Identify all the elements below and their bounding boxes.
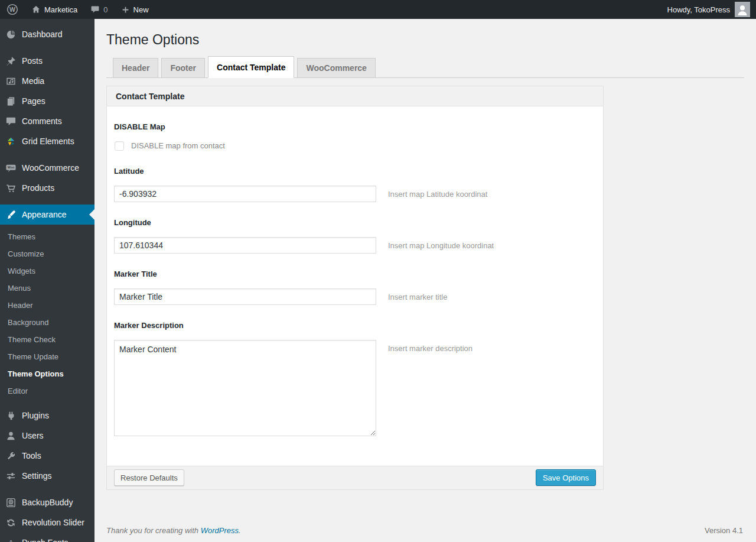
menu-separator (0, 198, 94, 205)
main-content: Theme Options Header Footer Contact Temp… (94, 19, 756, 542)
sidebar-item-punch-fonts[interactable]: A Punch Fonts (0, 533, 94, 542)
woocommerce-icon: Woo (5, 163, 17, 174)
tab-bar: Header Footer Contact Template WooCommer… (106, 56, 744, 78)
sidebar-item-plugins[interactable]: Plugins (0, 405, 94, 426)
comments-icon (5, 116, 17, 127)
tab-contact-template[interactable]: Contact Template (208, 56, 294, 78)
products-cart-icon (5, 183, 17, 194)
sidebar-item-grid-elements[interactable]: Grid Elements (0, 131, 94, 151)
sidebar-item-media[interactable]: Media (0, 71, 94, 91)
settings-sliders-icon (5, 470, 17, 482)
sidebar-item-revolution-slider[interactable]: Revolution Slider (0, 512, 94, 533)
user-silhouette-icon (735, 3, 750, 17)
avatar (735, 2, 750, 17)
appearance-submenu: Themes Customize Widgets Menus Header Ba… (0, 225, 94, 405)
latitude-hint: Insert map Latitude koordinat (388, 186, 487, 199)
site-name: Marketica (44, 5, 77, 14)
sidebar-item-posts[interactable]: Posts (0, 51, 94, 71)
submenu-item-theme-options[interactable]: Theme Options (0, 365, 94, 382)
my-account-menu[interactable]: Howdy, TokoPress (662, 0, 756, 19)
sidebar-item-backupbuddy[interactable]: BackupBuddy (0, 492, 94, 512)
submenu-item-widgets[interactable]: Widgets (0, 262, 94, 280)
marker-title-field: Marker Title Insert marker title (114, 270, 596, 305)
longitude-field: Longitude Insert map Longitude koordinat (114, 218, 596, 254)
disable-map-label: DISABLE Map (114, 122, 596, 131)
svg-text:A: A (8, 538, 14, 542)
marker-title-hint: Insert marker title (388, 288, 447, 301)
wp-logo-menu[interactable]: W (0, 0, 25, 19)
latitude-input[interactable] (114, 186, 376, 202)
new-label: New (133, 5, 149, 14)
marker-title-input[interactable] (114, 288, 376, 305)
dashboard-icon (5, 29, 17, 40)
tools-wrench-icon (5, 450, 17, 462)
appearance-brush-icon (5, 209, 17, 220)
menu-separator (0, 151, 94, 158)
marker-description-hint: Insert marker description (388, 340, 472, 353)
menu-separator (0, 486, 94, 492)
admin-sidebar: Dashboard Posts Media Pages Comments Gri… (0, 19, 94, 542)
sidebar-item-products[interactable]: Products (0, 178, 94, 198)
disable-map-checkbox-label: DISABLE map from contact (131, 141, 225, 150)
wordpress-link[interactable]: WordPress (201, 526, 239, 535)
comments-shortcut[interactable]: 0 (84, 0, 114, 19)
backupbuddy-icon (5, 497, 17, 508)
admin-bar: W Marketica 0 New Howdy, TokoPress (0, 0, 756, 19)
howdy-text: Howdy, TokoPress (667, 5, 730, 14)
submenu-item-background[interactable]: Background (0, 314, 94, 331)
sidebar-item-appearance[interactable]: Appearance (0, 205, 94, 225)
home-icon (31, 5, 41, 14)
sidebar-item-dashboard[interactable]: Dashboard (0, 24, 94, 44)
page-footer: Thank you for creating with WordPress. V… (106, 526, 743, 535)
svg-text:Woo: Woo (8, 165, 15, 169)
version-text: Version 4.1 (705, 526, 743, 535)
grid-elements-icon (5, 136, 17, 147)
revolution-slider-icon (5, 517, 17, 528)
site-name-menu[interactable]: Marketica (25, 0, 84, 19)
footer-thanks-text: Thank you for creating with WordPress. (106, 526, 241, 535)
sidebar-item-comments[interactable]: Comments (0, 111, 94, 131)
submenu-item-menus[interactable]: Menus (0, 280, 94, 297)
new-content-menu[interactable]: New (115, 0, 155, 19)
submenu-item-header[interactable]: Header (0, 297, 94, 314)
marker-description-textarea[interactable]: Marker Content (114, 340, 376, 436)
submenu-item-editor[interactable]: Editor (0, 382, 94, 400)
contact-template-panel: Contact Template DISABLE Map DISABLE map… (106, 86, 604, 490)
submenu-item-themes[interactable]: Themes (0, 228, 94, 245)
media-icon (5, 76, 17, 87)
menu-separator (0, 44, 94, 51)
panel-body: DISABLE Map DISABLE map from contact Lat… (107, 106, 603, 466)
sidebar-item-pages[interactable]: Pages (0, 91, 94, 111)
marker-description-field: Marker Description Marker Content Insert… (114, 321, 596, 436)
save-options-button[interactable]: Save Options (536, 469, 596, 486)
users-icon (5, 430, 17, 442)
sidebar-item-tools[interactable]: Tools (0, 446, 94, 466)
plus-icon (121, 5, 130, 14)
disable-map-checkbox[interactable] (115, 141, 124, 151)
tab-footer[interactable]: Footer (161, 58, 205, 77)
submenu-item-theme-check[interactable]: Theme Check (0, 331, 94, 348)
sidebar-item-woocommerce[interactable]: Woo WooCommerce (0, 158, 94, 178)
svg-text:W: W (9, 6, 15, 13)
current-item-arrow (89, 209, 94, 220)
posts-icon (5, 56, 17, 67)
punch-fonts-icon: A (5, 537, 17, 542)
longitude-hint: Insert map Longitude koordinat (388, 237, 494, 250)
marker-title-label: Marker Title (114, 270, 596, 278)
latitude-label: Latitude (114, 167, 596, 176)
marker-description-label: Marker Description (114, 321, 596, 330)
sidebar-item-settings[interactable]: Settings (0, 466, 94, 486)
comments-bubble-icon (90, 5, 100, 14)
plugins-icon (5, 410, 17, 421)
tab-header[interactable]: Header (113, 58, 158, 77)
longitude-input[interactable] (114, 237, 376, 254)
submenu-item-customize[interactable]: Customize (0, 245, 94, 262)
tab-woocommerce[interactable]: WooCommerce (297, 58, 375, 77)
sidebar-item-users[interactable]: Users (0, 426, 94, 446)
wordpress-logo-icon: W (6, 4, 18, 15)
longitude-label: Longitude (114, 218, 596, 227)
disable-map-field: DISABLE Map DISABLE map from contact (114, 122, 596, 151)
panel-title: Contact Template (107, 86, 603, 106)
submenu-item-theme-update[interactable]: Theme Update (0, 348, 94, 365)
restore-defaults-button[interactable]: Restore Defaults (114, 469, 184, 486)
